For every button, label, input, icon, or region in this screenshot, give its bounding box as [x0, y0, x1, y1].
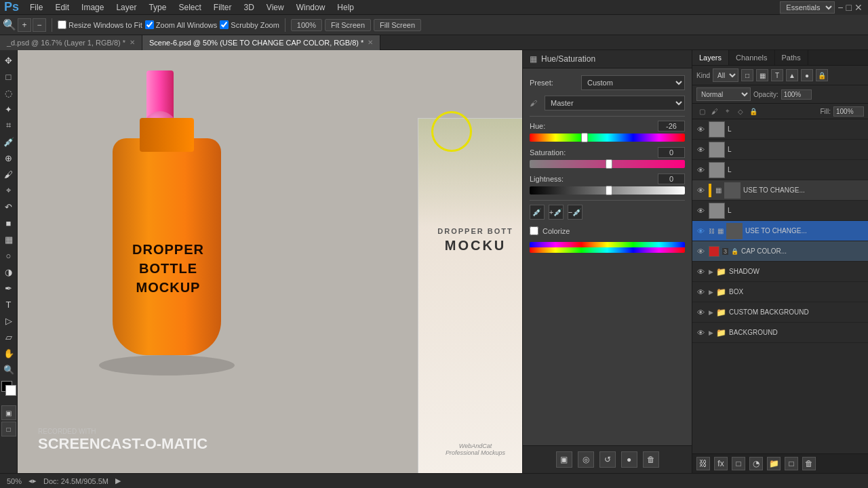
zoom-out-btn[interactable]: −: [33, 18, 46, 32]
zoom-percent-btn[interactable]: 100%: [291, 19, 322, 31]
move-tool[interactable]: ✥: [1, 53, 16, 68]
zoom-all-checkbox-label[interactable]: Zoom All Windows: [145, 20, 217, 29]
eye-icon-bg[interactable]: 👁: [695, 329, 706, 337]
saturation-slider[interactable]: [530, 160, 685, 168]
menu-3d[interactable]: 3D: [239, 1, 260, 14]
layer-item-cap-color[interactable]: 👁 3 🔒 CAP COLOR...: [692, 241, 868, 262]
eye-icon-2[interactable]: 👁: [695, 146, 706, 154]
resize-windows-checkbox[interactable]: [58, 20, 66, 29]
channel-dropdown[interactable]: Master: [545, 96, 685, 110]
menu-edit[interactable]: Edit: [50, 1, 75, 14]
menu-select[interactable]: Select: [173, 1, 206, 14]
blur-tool[interactable]: ○: [1, 248, 16, 263]
eye-icon-use1[interactable]: 👁: [695, 186, 706, 195]
eye-icon-4[interactable]: 👁: [695, 207, 706, 215]
tab-layers[interactable]: Layers: [692, 50, 729, 65]
fit-screen-btn[interactable]: Fit Screen: [325, 19, 371, 31]
lock-artboard-btn[interactable]: ◇: [735, 106, 746, 117]
menu-layer[interactable]: Layer: [111, 1, 142, 14]
kind-filter-dropdown[interactable]: All: [713, 68, 738, 82]
filter-shape-btn[interactable]: ▲: [786, 69, 798, 81]
tab-paths[interactable]: Paths: [775, 50, 808, 65]
menu-type[interactable]: Type: [143, 1, 172, 14]
delete-layer-btn[interactable]: 🗑: [802, 457, 816, 470]
layer-item-use-to-change-2[interactable]: 👁 ⛓ ▦ USE TO CHANGE...: [692, 221, 868, 241]
healing-tool[interactable]: ⊕: [1, 150, 16, 165]
lasso-tool[interactable]: ◌: [1, 85, 16, 100]
crop-tool[interactable]: ⌗: [1, 118, 16, 133]
progress-arrow[interactable]: ▶: [115, 476, 121, 485]
path-tool[interactable]: ▷: [1, 313, 16, 328]
delete-adj-btn[interactable]: 🗑: [643, 451, 659, 468]
layer-item-4[interactable]: 👁 L: [692, 201, 868, 221]
saturation-thumb[interactable]: [606, 159, 612, 169]
new-adj-btn[interactable]: ◔: [749, 457, 763, 470]
eyedropper-tool[interactable]: 💉: [1, 134, 16, 149]
menu-file[interactable]: File: [24, 1, 48, 14]
group-arrow-box[interactable]: ▶: [709, 289, 713, 296]
menu-view[interactable]: View: [261, 1, 290, 14]
brush-tool[interactable]: 🖌: [1, 167, 16, 182]
doc-tab-2-close[interactable]: ✕: [368, 39, 373, 46]
fill-screen-btn[interactable]: Fill Screen: [374, 19, 421, 31]
layer-item-custom-background[interactable]: 👁 ▶ 📁 CUSTOM BACKGROUND: [692, 302, 868, 323]
saturation-value-input[interactable]: [658, 147, 685, 158]
eyedropper-btn[interactable]: 💉: [530, 205, 545, 220]
filter-type-btn[interactable]: T: [771, 69, 783, 81]
filter-lock-btn[interactable]: 🔒: [816, 69, 828, 81]
opacity-input[interactable]: [781, 89, 812, 100]
gradient-tool[interactable]: ▦: [1, 232, 16, 247]
tab-channels[interactable]: Channels: [729, 50, 774, 65]
menu-image[interactable]: Image: [76, 1, 109, 14]
eye-icon-cap[interactable]: 👁: [695, 247, 706, 256]
window-minimize[interactable]: −: [837, 2, 843, 13]
scrubby-zoom-checkbox[interactable]: [220, 20, 229, 29]
add-mask-btn[interactable]: □: [732, 457, 745, 470]
new-layer-btn[interactable]: □: [785, 457, 798, 470]
link-layers-btn[interactable]: ⛓: [696, 457, 710, 470]
shape-tool[interactable]: ▱: [1, 329, 16, 344]
eyedropper-plus-btn[interactable]: +💉: [549, 205, 564, 220]
eye-icon-3[interactable]: 👁: [695, 166, 706, 174]
lightness-thumb[interactable]: [606, 186, 612, 195]
menu-filter[interactable]: Filter: [208, 1, 237, 14]
preset-dropdown[interactable]: Custom: [581, 75, 685, 90]
doc-tab-2[interactable]: Scene-6.psd @ 50% (USE TO CHANGE CAP COL…: [142, 35, 380, 50]
lock-all-btn[interactable]: 🔒: [748, 106, 759, 117]
layer-item-box[interactable]: 👁 ▶ 📁 BOX: [692, 282, 868, 302]
eye-icon-1[interactable]: 👁: [695, 125, 706, 134]
foreground-color[interactable]: [1, 381, 16, 396]
lock-pixels-btn[interactable]: 🖌: [709, 106, 720, 117]
lightness-value-input[interactable]: [658, 174, 685, 184]
layer-item-1[interactable]: 👁 L: [692, 119, 868, 140]
hue-thumb[interactable]: [581, 133, 588, 142]
window-restore[interactable]: □: [846, 2, 852, 13]
eye-btn[interactable]: ◎: [578, 451, 594, 468]
menu-help[interactable]: Help: [332, 1, 359, 14]
layer-item-use-to-change-1[interactable]: 👁 ▦ USE TO CHANGE...: [692, 180, 868, 201]
layer-item-background[interactable]: 👁 ▶ 📁 BACKGROUND: [692, 323, 868, 343]
history-brush-tool[interactable]: ↶: [1, 199, 16, 214]
hue-value-input[interactable]: [658, 121, 685, 131]
fill-input[interactable]: [833, 106, 864, 117]
menu-window[interactable]: Window: [291, 1, 331, 14]
eye-icon-box[interactable]: 👁: [695, 288, 706, 296]
hand-tool[interactable]: ✋: [1, 346, 16, 361]
type-tool[interactable]: T: [1, 297, 16, 312]
lock-transparent-btn[interactable]: ▢: [696, 106, 707, 117]
blending-mode-dropdown[interactable]: Normal: [696, 87, 751, 101]
pen-tool[interactable]: ✒: [1, 281, 16, 296]
screen-mode[interactable]: □: [1, 422, 16, 436]
window-close[interactable]: ✕: [854, 2, 863, 13]
marquee-tool[interactable]: □: [1, 69, 16, 84]
zoom-tool-icon[interactable]: 🔍: [1, 362, 16, 377]
layer-item-3[interactable]: 👁 L: [692, 160, 868, 180]
history-btn[interactable]: ↺: [599, 451, 616, 468]
new-layer-adj-btn[interactable]: ▣: [556, 451, 572, 468]
colorize-checkbox[interactable]: [530, 226, 538, 235]
layer-item-2[interactable]: 👁 L: [692, 140, 868, 160]
filter-pixel-btn[interactable]: □: [741, 69, 753, 81]
group-arrow-custombg[interactable]: ▶: [709, 309, 713, 316]
dodge-tool[interactable]: ◑: [1, 264, 16, 279]
resize-windows-checkbox-label[interactable]: Resize Windows to Fit: [58, 20, 142, 29]
